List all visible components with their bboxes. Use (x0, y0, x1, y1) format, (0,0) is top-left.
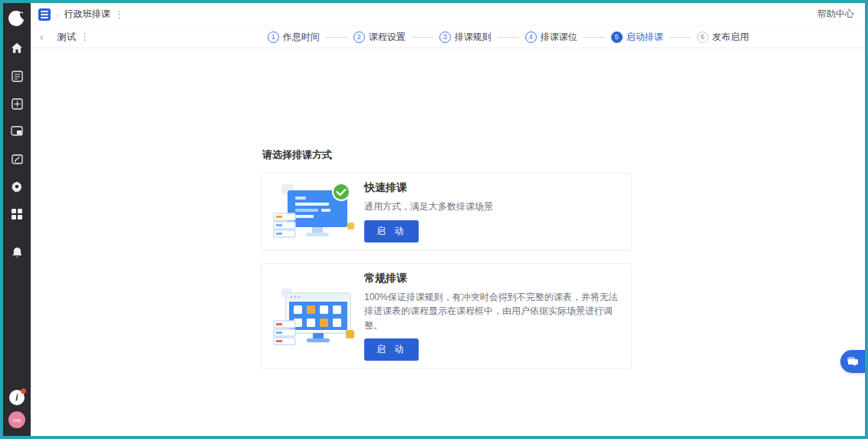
info-label: i (15, 392, 18, 403)
step-connector (669, 37, 691, 38)
step-1[interactable]: 1 作息时间 (268, 31, 320, 44)
task-title: 测试 (58, 31, 76, 44)
step-5-number: 5 (611, 31, 623, 43)
media-icon[interactable] (8, 123, 25, 140)
monitor-code-illustration-with-check-icon (272, 183, 358, 241)
step-2[interactable]: 2 课程设置 (353, 31, 406, 44)
monitor-app-grid-illustration (272, 287, 358, 345)
step-3-number: 3 (439, 31, 451, 43)
sidebar-bottom: i ms (8, 390, 25, 436)
regular-schedule-card: 常规排课 100%保证排课规则，有冲突时会得到不完整的课表，并将无法排进课表的课… (261, 263, 632, 370)
user-avatar[interactable]: ms (8, 411, 25, 428)
breadcrumb-separator: › (56, 10, 59, 19)
settings-gear-icon[interactable] (8, 178, 25, 195)
step-5-label: 启动排课 (626, 31, 663, 44)
step-6[interactable]: 6 发布启用 (697, 31, 749, 44)
sidebar: i ms (3, 3, 31, 436)
sub-header: ‹ 测试 ⋮ 1 作息时间 2 课程设置 3 排课规则 (31, 26, 865, 48)
avatar-label: ms (13, 417, 21, 424)
step-2-number: 2 (353, 31, 365, 43)
notification-dot (21, 388, 26, 394)
chat-support-button[interactable] (840, 350, 865, 373)
content-area: 请选择排课方式 (31, 48, 865, 436)
step-3[interactable]: 3 排课规则 (439, 31, 492, 44)
edit-icon[interactable] (8, 150, 25, 167)
chat-bubbles-icon (847, 356, 859, 367)
step-3-label: 排课规则 (455, 31, 492, 44)
step-4[interactable]: 4 排课课位 (525, 31, 577, 44)
quick-schedule-start-button[interactable]: 启 动 (364, 220, 419, 243)
stepper: 1 作息时间 2 课程设置 3 排课规则 4 排课课位 (268, 31, 749, 44)
step-connector (412, 37, 433, 38)
app-window: i ms › 行政班排课 ⋮ 帮助中心 ‹ 测试 ⋮ 1 作息时间 (0, 0, 868, 439)
step-connector (584, 37, 605, 38)
sidebar-nav (8, 40, 25, 261)
app-logo-crescent-icon[interactable] (6, 8, 28, 29)
step-1-number: 1 (268, 31, 279, 43)
quick-schedule-title: 快速排课 (364, 181, 620, 195)
step-6-number: 6 (697, 31, 709, 43)
apps-grid-icon[interactable] (8, 206, 25, 223)
course-box-icon[interactable] (8, 95, 25, 112)
timetable-icon[interactable] (8, 68, 25, 84)
back-button[interactable]: ‹ (40, 31, 44, 42)
regular-schedule-card-body: 常规排课 100%保证排课规则，有冲突时会得到不完整的课表，并将无法排进课表的课… (364, 272, 620, 361)
schedule-app-icon (38, 8, 51, 21)
help-center-link[interactable]: 帮助中心 (817, 8, 854, 21)
home-icon[interactable] (8, 40, 25, 57)
step-connector (326, 37, 347, 38)
quick-schedule-desc: 通用方式，满足大多数排课场景 (364, 200, 620, 214)
step-4-number: 4 (525, 31, 537, 43)
top-header: › 行政班排课 ⋮ 帮助中心 (31, 3, 865, 26)
task-more-icon[interactable]: ⋮ (81, 31, 90, 42)
step-6-label: 发布启用 (712, 31, 749, 44)
step-4-label: 排课课位 (541, 31, 577, 44)
title-more-icon[interactable]: ⋮ (115, 9, 125, 20)
step-5-active[interactable]: 5 启动排课 (611, 31, 663, 44)
main-area: › 行政班排课 ⋮ 帮助中心 ‹ 测试 ⋮ 1 作息时间 2 课程设置 (31, 3, 865, 436)
regular-schedule-start-button[interactable]: 启 动 (364, 338, 419, 361)
step-1-label: 作息时间 (283, 31, 320, 44)
notification-bell-icon[interactable] (8, 244, 25, 261)
regular-schedule-desc: 100%保证排课规则，有冲突时会得到不完整的课表，并将无法排进课表的课程显示在课… (364, 290, 620, 333)
info-icon[interactable]: i (9, 390, 25, 405)
page-title: 请选择排课方式 (262, 148, 865, 162)
quick-schedule-card-body: 快速排课 通用方式，满足大多数排课场景 启 动 (364, 181, 620, 243)
quick-schedule-card: 快速排课 通用方式，满足大多数排课场景 启 动 (261, 173, 632, 251)
step-connector (498, 37, 519, 38)
step-2-label: 课程设置 (369, 31, 406, 44)
breadcrumb-title: 行政班排课 (64, 8, 110, 21)
regular-schedule-title: 常规排课 (364, 272, 620, 286)
